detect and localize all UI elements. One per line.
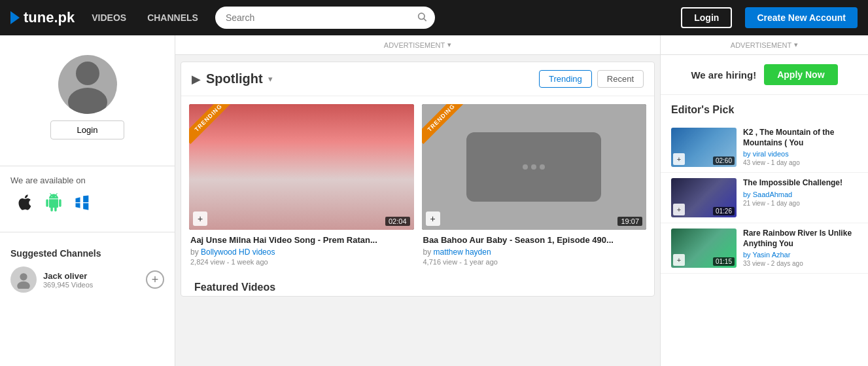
right-panel: ADVERTISEMENT ▾ We are hiring! Apply Now… — [660, 35, 868, 366]
spotlight-title-wrap: ▶ Spotlight ▾ — [192, 71, 273, 86]
channel-item[interactable]: Jack oliver 369,945 Videos + — [10, 266, 164, 293]
video-channel-link-2[interactable]: matthew hayden — [434, 247, 491, 257]
video-title-2: Baa Bahoo Aur Baby - Season 1, Episode 4… — [423, 235, 646, 245]
video-thumb-2: TRENDING + 19:07 — [422, 104, 647, 230]
android-icon[interactable] — [44, 193, 63, 216]
video-duration-1: 02:04 — [385, 217, 410, 226]
apply-now-button[interactable]: Apply Now — [764, 64, 837, 85]
pick-title-1: K2 , The Mountain of the Mountains ( You — [743, 128, 858, 148]
hiring-bar: We are hiring! Apply Now — [661, 55, 868, 95]
ad-label: ADVERTISEMENT — [384, 41, 445, 49]
channel-avatar — [10, 266, 37, 293]
svg-point-0 — [419, 13, 425, 19]
spotlight-dropdown-icon[interactable]: ▾ — [268, 74, 273, 84]
video-views-1: 2,824 view — [190, 258, 225, 266]
pick-item-2[interactable]: + 01:26 The Impossible Challenge! by Saa… — [661, 173, 868, 223]
pick-by-label-1: by — [743, 150, 753, 158]
pick-info-1: K2 , The Mountain of the Mountains ( You… — [743, 128, 858, 166]
spotlight-tabs: Trending Recent — [539, 70, 644, 88]
nav-channels[interactable]: CHANNELS — [143, 10, 202, 26]
header: tune.pk VIDEOS CHANNELS Login Create New… — [0, 0, 868, 35]
apple-icon[interactable] — [16, 193, 34, 216]
trending-badge-2: TRENDING — [422, 104, 467, 144]
pick-channel-2[interactable]: by SaadAhmad — [743, 191, 858, 198]
pick-by-label-3: by — [743, 251, 752, 259]
device-shape — [466, 132, 601, 202]
video-duration-2: 19:07 — [617, 217, 642, 226]
right-ad-chevron-icon[interactable]: ▾ — [794, 41, 798, 49]
pick-add-2[interactable]: + — [673, 204, 685, 215]
video-meta-2: 4,716 view - 1 year ago — [423, 258, 646, 266]
video-info-1: Aaj Unse Milna Hai Video Song - Prem Rat… — [189, 230, 414, 268]
pick-duration-2: 01:26 — [713, 207, 735, 215]
divider-2 — [0, 232, 175, 232]
svg-line-1 — [424, 19, 426, 22]
create-account-button[interactable]: Create New Account — [745, 7, 858, 28]
by-label-2: by — [423, 247, 434, 257]
pick-channel-1[interactable]: by viral videos — [743, 150, 858, 158]
device-dot-2 — [531, 164, 536, 170]
channel-add-button[interactable]: + — [146, 270, 164, 289]
pick-item-1[interactable]: + 02:60 K2 , The Mountain of the Mountai… — [661, 122, 868, 173]
pick-title-2: The Impossible Challenge! — [743, 178, 858, 189]
pick-info-3: Rare Rainbow River Is Unlike Anything Yo… — [743, 229, 858, 267]
pick-duration-3: 01:15 — [713, 257, 735, 266]
pick-thumb-2: + 01:26 — [671, 178, 737, 217]
video-add-button-1[interactable]: + — [193, 211, 207, 226]
svg-point-2 — [76, 62, 99, 85]
video-channel-link-1[interactable]: Bollywood HD videos — [201, 247, 275, 257]
pick-add-3[interactable]: + — [673, 254, 685, 266]
sidebar: Login We are available on — [0, 35, 175, 366]
spotlight-icon: ▶ — [192, 72, 201, 86]
video-add-button-2[interactable]: + — [426, 211, 440, 226]
main-layout: Login We are available on — [0, 35, 868, 366]
tab-trending[interactable]: Trending — [539, 70, 592, 88]
by-label-1: by — [190, 247, 201, 257]
featured-videos-label: Featured Videos — [194, 282, 641, 293]
pick-add-1[interactable]: + — [673, 153, 685, 165]
search-bar — [215, 7, 435, 29]
login-button[interactable]: Login — [681, 7, 732, 28]
pick-item-3[interactable]: + 01:15 Rare Rainbow River Is Unlike Any… — [661, 223, 868, 274]
video-info-2: Baa Bahoo Aur Baby - Season 1, Episode 4… — [422, 230, 647, 268]
video-card-1[interactable]: TRENDING + 02:04 Aaj Unse Milna Hai Vide… — [189, 104, 414, 268]
right-ad-label: ADVERTISEMENT — [731, 41, 791, 49]
right-ad-bar: ADVERTISEMENT ▾ — [661, 35, 868, 55]
pick-title-3: Rare Rainbow River Is Unlike Anything Yo… — [743, 229, 858, 249]
avatar-wrap: Login — [0, 48, 175, 156]
ad-bar-top: ADVERTISEMENT ▾ — [175, 35, 660, 55]
video-title-1: Aaj Unse Milna Hai Video Song - Prem Rat… — [190, 235, 413, 245]
pick-channel-3[interactable]: by Yasin Azhar — [743, 251, 858, 259]
ad-chevron-icon[interactable]: ▾ — [447, 41, 451, 49]
spotlight-title: Spotlight — [206, 71, 263, 86]
video-views-2: 4,716 view — [423, 258, 458, 266]
svg-point-3 — [68, 88, 107, 114]
windows-icon[interactable] — [73, 193, 92, 216]
channel-info: Jack oliver 369,945 Videos — [43, 271, 139, 289]
video-channel-2: by matthew hayden — [423, 247, 646, 257]
search-input[interactable] — [215, 7, 435, 29]
logo-text: tune.pk — [24, 9, 75, 26]
logo[interactable]: tune.pk — [10, 9, 75, 26]
svg-point-5 — [17, 282, 30, 289]
pick-meta-1: 43 view - 1 day ago — [743, 159, 858, 166]
video-card-2[interactable]: TRENDING + 19:07 Baa Bahoo Aur Baby - Se… — [422, 104, 647, 268]
tab-recent[interactable]: Recent — [597, 70, 644, 88]
sidebar-login-button[interactable]: Login — [50, 120, 125, 139]
spotlight-section: ▶ Spotlight ▾ Trending Recent TRENDING — [181, 62, 655, 297]
hiring-text: We are hiring! — [691, 69, 756, 81]
trending-badge-1: TRENDING — [189, 104, 234, 144]
video-separator-2: - — [459, 258, 464, 266]
search-icon[interactable] — [417, 12, 427, 24]
pick-duration-1: 02:60 — [713, 156, 735, 165]
spotlight-header: ▶ Spotlight ▾ Trending Recent — [181, 62, 654, 96]
video-channel-1: by Bollywood HD videos — [190, 247, 413, 257]
trending-ribbon-1: TRENDING — [189, 104, 235, 150]
video-thumb-1: TRENDING + 02:04 — [189, 104, 414, 230]
nav-videos[interactable]: VIDEOS — [88, 10, 130, 26]
pick-meta-3: 33 view - 2 days ago — [743, 260, 858, 267]
suggested-channels-section: Suggested Channels Jack oliver 369,945 V… — [0, 242, 175, 299]
suggested-channels-label: Suggested Channels — [10, 248, 164, 259]
avatar — [58, 55, 117, 114]
svg-point-4 — [20, 273, 27, 280]
